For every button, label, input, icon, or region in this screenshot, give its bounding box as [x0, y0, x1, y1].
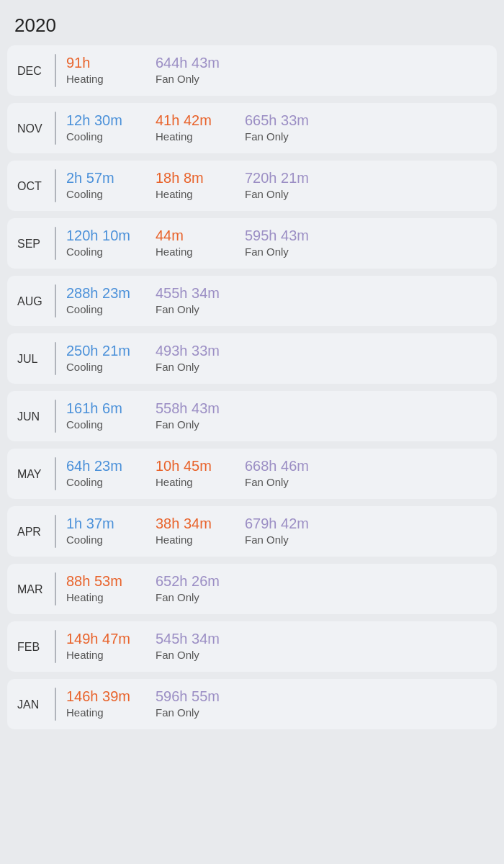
- stat-value: 91h: [66, 54, 138, 71]
- stat-value: 652h 26m: [156, 572, 228, 590]
- stat-value: 12h 30m: [66, 112, 138, 129]
- month-label: DEC: [17, 54, 55, 87]
- stat-value: 493h 33m: [156, 342, 228, 359]
- stat-value: 88h 53m: [66, 572, 138, 590]
- stat-value: 18h 8m: [156, 169, 228, 186]
- stat-label: Cooling: [66, 534, 138, 546]
- stat-label: Fan Only: [156, 303, 228, 316]
- stat-block: 18h 8mHeating: [156, 169, 228, 201]
- stat-block: 493h 33mFan Only: [156, 342, 228, 374]
- month-row: OCT2h 57mCooling18h 8mHeating720h 21mFan…: [7, 161, 497, 211]
- stat-block: 41h 42mHeating: [156, 112, 228, 143]
- stats-container: 161h 6mCooling558h 43mFan Only: [66, 400, 228, 433]
- stat-block: 161h 6mCooling: [66, 400, 138, 431]
- stat-label: Heating: [66, 73, 138, 86]
- stats-container: 1h 37mCooling38h 34mHeating679h 42mFan O…: [66, 515, 317, 548]
- stat-block: 146h 39mHeating: [66, 688, 138, 719]
- month-divider: [55, 284, 56, 318]
- stat-label: Fan Only: [245, 188, 317, 201]
- stat-value: 10h 45m: [156, 457, 228, 474]
- stats-container: 64h 23mCooling10h 45mHeating668h 46mFan …: [66, 457, 317, 490]
- stat-value: 1h 37m: [66, 515, 138, 532]
- stat-label: Heating: [156, 188, 228, 201]
- month-label: NOV: [17, 112, 55, 145]
- stat-value: 38h 34m: [156, 515, 228, 532]
- stat-value: 455h 34m: [156, 284, 228, 302]
- month-label: JUL: [17, 342, 55, 375]
- stat-block: 91hHeating: [66, 54, 138, 86]
- stat-value: 120h 10m: [66, 227, 138, 244]
- stat-label: Fan Only: [156, 418, 228, 431]
- month-label: APR: [17, 515, 55, 548]
- month-divider: [55, 169, 56, 202]
- month-row: JAN146h 39mHeating596h 55mFan Only: [7, 679, 497, 729]
- stat-value: 161h 6m: [66, 400, 138, 417]
- stat-block: 250h 21mCooling: [66, 342, 138, 374]
- stat-block: 149h 47mHeating: [66, 630, 138, 662]
- stat-block: 668h 46mFan Only: [245, 457, 317, 489]
- month-row: DEC91hHeating644h 43mFan Only: [7, 45, 497, 96]
- stat-label: Heating: [66, 706, 138, 719]
- month-divider: [55, 572, 56, 606]
- stat-block: 44mHeating: [156, 227, 228, 258]
- month-label: SEP: [17, 227, 55, 260]
- month-divider: [55, 515, 56, 548]
- month-row: AUG288h 23mCooling455h 34mFan Only: [7, 276, 497, 326]
- stats-container: 2h 57mCooling18h 8mHeating720h 21mFan On…: [66, 169, 317, 202]
- stats-container: 88h 53mHeating652h 26mFan Only: [66, 572, 228, 606]
- stat-value: 149h 47m: [66, 630, 138, 647]
- stat-value: 596h 55m: [156, 688, 228, 705]
- stat-block: 10h 45mHeating: [156, 457, 228, 489]
- stat-value: 250h 21m: [66, 342, 138, 359]
- stat-block: 64h 23mCooling: [66, 457, 138, 489]
- stat-block: 2h 57mCooling: [66, 169, 138, 201]
- stat-label: Cooling: [66, 188, 138, 201]
- stat-label: Fan Only: [156, 591, 228, 604]
- month-divider: [55, 54, 56, 87]
- stat-label: Heating: [156, 476, 228, 489]
- stat-label: Heating: [156, 534, 228, 546]
- stat-value: 668h 46m: [245, 457, 317, 474]
- stat-block: 88h 53mHeating: [66, 572, 138, 604]
- stat-label: Cooling: [66, 418, 138, 431]
- stat-label: Cooling: [66, 130, 138, 143]
- month-row: FEB149h 47mHeating545h 34mFan Only: [7, 621, 497, 672]
- month-row: MAY64h 23mCooling10h 45mHeating668h 46mF…: [7, 449, 497, 499]
- stat-block: 120h 10mCooling: [66, 227, 138, 258]
- stat-block: 596h 55mFan Only: [156, 688, 228, 719]
- stat-block: 38h 34mHeating: [156, 515, 228, 546]
- stats-container: 120h 10mCooling44mHeating595h 43mFan Onl…: [66, 227, 317, 260]
- month-divider: [55, 688, 56, 721]
- year-title: 2020: [7, 14, 497, 37]
- stat-block: 545h 34mFan Only: [156, 630, 228, 662]
- stat-value: 720h 21m: [245, 169, 317, 186]
- stat-value: 679h 42m: [245, 515, 317, 532]
- page-container: 2020 DEC91hHeating644h 43mFan OnlyNOV12h…: [0, 0, 504, 744]
- stat-block: 288h 23mCooling: [66, 284, 138, 316]
- stat-label: Fan Only: [156, 649, 228, 662]
- stat-block: 455h 34mFan Only: [156, 284, 228, 316]
- month-row: NOV12h 30mCooling41h 42mHeating665h 33mF…: [7, 103, 497, 153]
- stat-value: 64h 23m: [66, 457, 138, 474]
- month-divider: [55, 457, 56, 490]
- month-divider: [55, 112, 56, 145]
- stat-block: 558h 43mFan Only: [156, 400, 228, 431]
- stat-label: Fan Only: [245, 476, 317, 489]
- month-label: MAR: [17, 572, 55, 606]
- month-divider: [55, 227, 56, 260]
- stat-value: 146h 39m: [66, 688, 138, 705]
- stat-label: Fan Only: [245, 130, 317, 143]
- stats-container: 149h 47mHeating545h 34mFan Only: [66, 630, 228, 663]
- stat-label: Cooling: [66, 303, 138, 316]
- stat-value: 665h 33m: [245, 112, 317, 129]
- months-list: DEC91hHeating644h 43mFan OnlyNOV12h 30mC…: [7, 45, 497, 729]
- stat-value: 644h 43m: [156, 54, 228, 71]
- month-label: FEB: [17, 630, 55, 663]
- stat-block: 720h 21mFan Only: [245, 169, 317, 201]
- month-label: JAN: [17, 688, 55, 721]
- stat-label: Heating: [66, 649, 138, 662]
- stats-container: 146h 39mHeating596h 55mFan Only: [66, 688, 228, 721]
- stat-block: 12h 30mCooling: [66, 112, 138, 143]
- month-row: APR1h 37mCooling38h 34mHeating679h 42mFa…: [7, 506, 497, 557]
- stat-label: Fan Only: [245, 246, 317, 258]
